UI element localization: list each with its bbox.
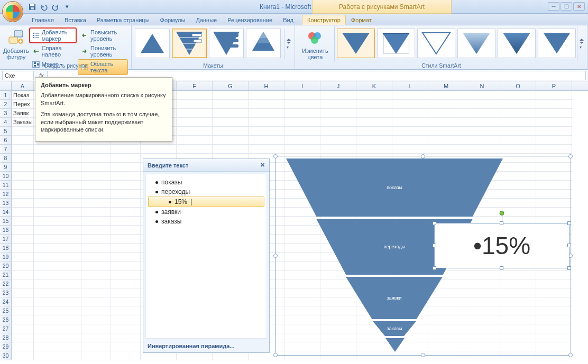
cell[interactable]	[12, 297, 34, 306]
cell[interactable]	[12, 145, 34, 154]
cell[interactable]	[111, 181, 141, 190]
cell[interactable]	[464, 109, 500, 118]
cell[interactable]	[536, 91, 572, 100]
cell[interactable]	[34, 145, 81, 154]
cell[interactable]	[34, 333, 81, 342]
cell[interactable]	[111, 208, 141, 217]
select-all-corner[interactable]	[0, 81, 12, 90]
row-head[interactable]: 20	[0, 262, 12, 270]
tab-design[interactable]: Конструктор	[302, 15, 346, 25]
col-head[interactable]: K	[356, 81, 392, 90]
cell[interactable]	[111, 163, 141, 172]
col-head[interactable]: G	[213, 81, 249, 90]
row-head[interactable]: 5	[0, 127, 12, 136]
cell[interactable]	[81, 244, 111, 253]
funnel-segment[interactable]: показы	[286, 158, 503, 217]
cell[interactable]	[111, 217, 141, 226]
cell[interactable]	[111, 342, 141, 351]
cell[interactable]	[34, 163, 81, 172]
cell[interactable]	[500, 100, 536, 109]
cell[interactable]	[111, 333, 141, 342]
col-head[interactable]: A	[12, 81, 34, 90]
row-head[interactable]: 18	[0, 244, 12, 253]
cell[interactable]	[81, 288, 111, 297]
cell[interactable]	[81, 253, 111, 262]
redo-icon[interactable]	[51, 2, 60, 12]
cell[interactable]	[249, 136, 284, 145]
resize-handle[interactable]	[500, 221, 503, 225]
cell[interactable]	[81, 172, 111, 181]
add-shape-button[interactable]: Добавить фигуру	[3, 26, 29, 61]
cell[interactable]	[464, 136, 500, 145]
cell[interactable]	[34, 324, 81, 333]
resize-handle[interactable]	[567, 244, 571, 247]
row-head[interactable]: 19	[0, 253, 12, 262]
cell[interactable]	[12, 279, 34, 288]
resize-handle[interactable]	[500, 266, 503, 270]
smartart-text-pane[interactable]: Введите текст ✕ показы переходы 15% заяв…	[143, 158, 270, 353]
col-head[interactable]: L	[392, 81, 428, 90]
list-item-editing[interactable]: 15%	[148, 197, 264, 207]
col-head[interactable]: F	[177, 81, 213, 90]
row-head[interactable]: 16	[0, 226, 12, 235]
cell[interactable]	[81, 217, 111, 226]
text-pane-footer[interactable]: Инвертированная пирамида...	[143, 341, 269, 351]
cell[interactable]	[356, 100, 392, 109]
cell[interactable]	[356, 145, 392, 154]
cell[interactable]	[34, 244, 81, 253]
list-item[interactable]: заказы	[147, 217, 265, 226]
tab-format[interactable]: Формат	[346, 15, 377, 25]
cell[interactable]	[12, 172, 34, 181]
row-head[interactable]: 2	[0, 100, 12, 109]
cell[interactable]	[34, 217, 81, 226]
cell[interactable]	[213, 118, 249, 127]
cell[interactable]	[284, 100, 320, 109]
cell[interactable]	[320, 136, 356, 145]
cell[interactable]	[428, 118, 464, 127]
cell[interactable]	[12, 244, 34, 253]
row-head[interactable]: 24	[0, 297, 12, 306]
cell[interactable]	[81, 279, 111, 288]
add-bullet-button[interactable]: Добавить маркер	[29, 27, 77, 43]
cell[interactable]	[12, 217, 34, 226]
cell[interactable]	[12, 270, 34, 279]
style-option-6[interactable]	[538, 29, 576, 58]
cell[interactable]	[111, 297, 141, 306]
cell[interactable]	[81, 262, 111, 270]
cell[interactable]: Перех	[12, 100, 34, 109]
cell[interactable]	[34, 297, 81, 306]
cell[interactable]	[111, 154, 141, 163]
cell[interactable]: Заказы	[12, 118, 34, 127]
row-head[interactable]: 23	[0, 288, 12, 297]
cell[interactable]	[428, 136, 464, 145]
tab-home[interactable]: Главная	[26, 15, 59, 25]
cell[interactable]	[249, 100, 284, 109]
cell[interactable]	[34, 279, 81, 288]
row-head[interactable]: 15	[0, 217, 12, 226]
cell[interactable]	[284, 127, 320, 136]
cell[interactable]	[12, 235, 34, 244]
text-pane-body[interactable]: показы переходы 15% заявки заказы	[145, 174, 267, 339]
cell[interactable]	[12, 333, 34, 342]
cell[interactable]	[81, 154, 111, 163]
resize-handle[interactable]	[567, 221, 571, 225]
cell[interactable]	[356, 109, 392, 118]
change-colors-button[interactable]: Изменить цвета	[298, 26, 332, 61]
cell[interactable]	[464, 118, 500, 127]
cell[interactable]	[34, 253, 81, 262]
cell[interactable]	[392, 118, 428, 127]
cell[interactable]	[536, 136, 572, 145]
cell[interactable]	[356, 91, 392, 100]
cell[interactable]	[12, 315, 34, 324]
cell[interactable]	[12, 208, 34, 217]
col-head[interactable]: P	[536, 81, 572, 90]
cell[interactable]	[428, 109, 464, 118]
cell[interactable]	[81, 208, 111, 217]
cell[interactable]	[12, 154, 34, 163]
cell[interactable]	[320, 109, 356, 118]
office-button[interactable]	[2, 1, 23, 22]
cell[interactable]	[81, 351, 111, 360]
cell[interactable]	[111, 172, 141, 181]
cell[interactable]	[177, 109, 213, 118]
layout-option-2[interactable]	[172, 29, 207, 58]
